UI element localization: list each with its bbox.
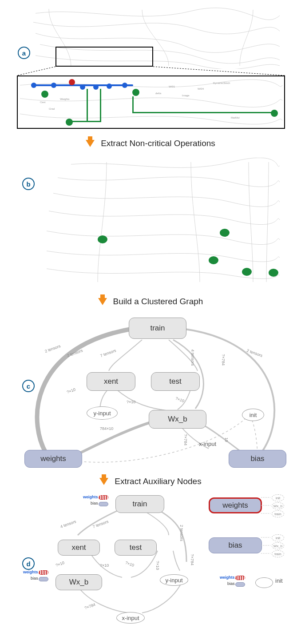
node-wxb[interactable]: Wx_b xyxy=(149,410,206,429)
proxy-weights-label: weights xyxy=(83,495,98,499)
step-arrow-2: Build a Clustered Graph xyxy=(0,297,301,306)
step-2-label: Build a Clustered Graph xyxy=(113,297,203,306)
edge-label: 7 tensors xyxy=(92,519,109,529)
callout-rect-a xyxy=(55,47,153,67)
node-test[interactable]: test xyxy=(151,372,200,391)
edge-label: ?×10 xyxy=(127,400,135,404)
aux-node-test-label: test xyxy=(130,543,142,552)
op-label: Cast xyxy=(40,101,45,103)
aux-init-label: init xyxy=(275,577,283,584)
step-1-label: Extract Non-critical Operations xyxy=(101,139,215,148)
ellipse-y-input[interactable]: y-input xyxy=(87,406,118,420)
node-bias-label: bias xyxy=(250,454,264,463)
proxy-weights-label-2: weights xyxy=(23,570,38,574)
target-wxb: Wx_b xyxy=(272,502,284,509)
green-node-icon xyxy=(209,256,218,264)
panel-label-c: c xyxy=(22,380,35,392)
blue-node-icon xyxy=(107,83,112,89)
green-edge xyxy=(100,89,101,121)
edge-label: ?×10 xyxy=(55,561,65,568)
op-label: Image xyxy=(182,94,190,97)
node-xent[interactable]: xent xyxy=(87,372,135,391)
proxy-bias-icon xyxy=(99,502,108,506)
aux-node-train[interactable]: train xyxy=(115,495,164,513)
aux-ellipse-init[interactable] xyxy=(255,577,273,588)
edge-label: 4 tensors xyxy=(59,519,76,529)
aux-y-input-label: y-input xyxy=(165,577,182,584)
aux-node-xent[interactable]: xent xyxy=(58,540,100,556)
panel-label-d: d xyxy=(22,557,35,570)
zoom-box-a: Cast Grad Weights delta W/01 Image W/04 … xyxy=(17,76,285,129)
target-init: init xyxy=(272,494,284,501)
proxy-bias-icon-3 xyxy=(235,582,245,587)
panel-label-a-text: a xyxy=(22,49,26,57)
edge-label: ?×10 xyxy=(100,563,109,568)
node-weights-label: weights xyxy=(40,454,66,463)
panel-label-c-text: c xyxy=(27,382,30,390)
proxy-weights-icon xyxy=(99,495,108,500)
step-arrow-3: Extract Auxiliary Nodes xyxy=(0,477,301,486)
blue-node-icon xyxy=(93,84,99,90)
op-label: Weights xyxy=(60,98,70,100)
green-node-icon xyxy=(98,235,107,243)
aux-side-node-weights[interactable]: weights xyxy=(209,497,262,513)
edge-label: 2 tensors xyxy=(246,348,263,358)
node-wxb-label: Wx_b xyxy=(168,415,187,424)
edge-label: ?×10 xyxy=(155,561,160,570)
step-arrow-1: Extract Non-critical Operations xyxy=(0,139,301,148)
down-arrow-icon xyxy=(86,140,95,147)
aux-node-wxb-label: Wx_b xyxy=(69,578,88,587)
proxy-bias-icon-2 xyxy=(39,577,48,581)
green-edge xyxy=(69,121,101,122)
aux-x-input-label: x-input xyxy=(122,615,139,621)
green-node-icon xyxy=(220,229,230,237)
green-node-icon xyxy=(41,91,48,98)
node-test-label: test xyxy=(169,377,181,386)
node-bias[interactable]: bias xyxy=(229,450,286,468)
green-edge xyxy=(87,89,88,121)
green-edge xyxy=(132,96,134,112)
node-weights[interactable]: weights xyxy=(24,450,82,468)
red-node-icon xyxy=(69,79,75,85)
tangled-graph-b xyxy=(44,158,284,286)
edge-label: 7 tensors xyxy=(99,348,116,358)
step-3-label: Extract Auxiliary Nodes xyxy=(115,477,201,486)
aux-ellipse-x-input[interactable]: x-input xyxy=(116,612,145,624)
edge-label: 2 tensors xyxy=(66,348,83,358)
proxy-weights-label-3: weights xyxy=(220,575,235,580)
edge-label: 2 tensors xyxy=(179,525,184,541)
aux-node-test[interactable]: test xyxy=(115,540,157,556)
aux-side-node-bias[interactable]: bias xyxy=(209,537,262,553)
target-init-2: init xyxy=(272,534,284,541)
node-train-label: train xyxy=(150,324,165,333)
op-label: DynamicStitch xyxy=(213,82,230,84)
down-arrow-icon xyxy=(98,298,107,305)
aux-node-train-label: train xyxy=(132,500,147,509)
edge-label: ?×10 xyxy=(175,396,185,403)
down-arrow-icon xyxy=(99,478,108,485)
blue-node-icon xyxy=(122,83,127,88)
edge-label: 10 xyxy=(224,437,229,442)
edge-label: 4 tensors xyxy=(190,349,195,366)
edge-label: ?×10 xyxy=(125,561,135,568)
edge-label: ?×784 xyxy=(190,554,194,565)
op-label: W/01 xyxy=(169,85,175,88)
op-label: W/04 xyxy=(198,87,204,90)
ellipse-init[interactable]: init xyxy=(242,409,264,421)
green-node-icon xyxy=(66,119,73,126)
green-node-icon xyxy=(132,89,139,96)
node-train[interactable]: train xyxy=(129,318,186,339)
op-label: Grad xyxy=(49,107,55,110)
op-label: delta xyxy=(155,92,161,95)
op-label: MatMul xyxy=(231,116,240,119)
aux-side-weights-label: weights xyxy=(222,501,248,510)
proxy-weights-icon-2 xyxy=(39,570,48,575)
panel-label-a: a xyxy=(18,47,30,59)
proxy-bias-label: bias xyxy=(91,501,98,505)
aux-ellipse-y-input[interactable]: y-input xyxy=(160,574,188,586)
aux-node-wxb[interactable]: Wx_b xyxy=(55,574,102,590)
green-node-icon xyxy=(269,269,278,277)
green-node-icon xyxy=(242,268,252,276)
edge-label: ?×784 xyxy=(84,602,96,610)
proxy-bias-label-3: bias xyxy=(227,581,235,586)
